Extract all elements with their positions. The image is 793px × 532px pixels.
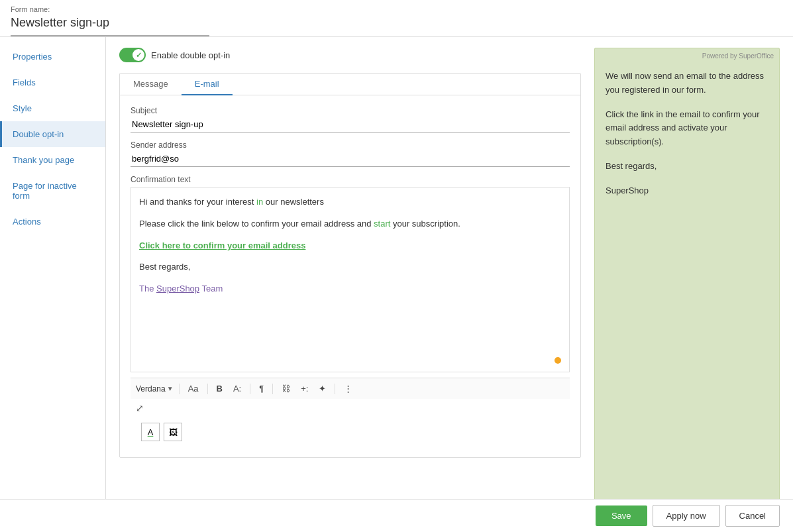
- sidebar-item-style[interactable]: Style: [0, 95, 105, 121]
- preview-line1: We will now send an email to the address…: [606, 70, 768, 97]
- tab-content: Subject Sender address Confirmation text…: [120, 95, 580, 457]
- editor-dot: [555, 357, 561, 364]
- toolbar-sep-2: [207, 384, 208, 394]
- tab-message[interactable]: Message: [120, 74, 182, 95]
- toolbar-sep-1: [179, 384, 180, 394]
- form-name-value: Newsletter sign-up: [11, 13, 209, 36]
- tab-email[interactable]: E-mail: [182, 74, 233, 95]
- toolbar-sep-4: [272, 384, 273, 394]
- insert-button[interactable]: +:: [297, 382, 311, 395]
- sidebar-item-inactive-page[interactable]: Page for inactive form: [0, 173, 105, 209]
- subject-input[interactable]: [131, 117, 570, 133]
- editor-content: Hi and thanks for your interest in our n…: [139, 195, 561, 296]
- sidebar-item-fields[interactable]: Fields: [0, 70, 105, 95]
- italic-button[interactable]: A:: [230, 382, 244, 395]
- more-button[interactable]: ⋮: [341, 382, 356, 395]
- font-size-button[interactable]: Aa: [185, 382, 202, 395]
- cancel-button[interactable]: Cancel: [725, 505, 780, 527]
- form-name-label: Form name:: [11, 5, 782, 13]
- header: Form name: Newsletter sign-up: [0, 0, 793, 37]
- sidebar: Properties Fields Style Double opt-in Th…: [0, 37, 106, 529]
- sender-label: Sender address: [131, 140, 570, 150]
- save-button[interactable]: Save: [596, 505, 647, 526]
- preview-content: We will now send an email to the address…: [606, 70, 768, 198]
- toggle-label: Enable double opt-in: [151, 50, 230, 60]
- editor-line2: Please click the link below to confirm y…: [139, 219, 460, 229]
- sidebar-item-thank-you-page[interactable]: Thank you page: [0, 147, 105, 173]
- toggle-row: Enable double opt-in: [119, 48, 581, 62]
- editor-toolbar: Verdana ▼ Aa B A: ¶ ⛓ +: ✦ ⋮: [131, 378, 570, 399]
- toolbar-sep-5: [335, 384, 335, 394]
- image-button[interactable]: 🖼: [164, 423, 182, 441]
- editor-area[interactable]: Hi and thanks for your interest in our n…: [131, 187, 570, 372]
- footer: Save Apply now Cancel: [0, 499, 793, 532]
- preview-line2: Click the link in the email to confirm y…: [606, 108, 768, 149]
- editor-line3: Best regards,: [139, 262, 190, 272]
- sender-input[interactable]: [131, 151, 570, 167]
- preview-line4: SuperShop: [606, 184, 768, 198]
- preview-line3: Best regards,: [606, 160, 768, 174]
- tabs-header: Message E-mail: [120, 74, 580, 95]
- preview-panel: Powered by SuperOffice We will now send …: [594, 48, 780, 519]
- editor-link[interactable]: Click here to confirm your email address: [139, 240, 305, 250]
- subject-label: Subject: [131, 106, 570, 115]
- editor-toolbar2: ⤢: [131, 399, 570, 417]
- content-area: Enable double opt-in Message E-mail Subj…: [106, 37, 594, 529]
- font-dropdown-arrow[interactable]: ▼: [167, 385, 174, 392]
- editor-line1: Hi and thanks for your interest in our n…: [139, 197, 324, 207]
- format-buttons: A 🖼: [131, 417, 570, 447]
- font-color-button[interactable]: A: [141, 423, 160, 441]
- sidebar-item-actions[interactable]: Actions: [0, 209, 105, 235]
- confirmation-label: Confirmation text: [131, 175, 570, 184]
- expand-icon[interactable]: ⤢: [136, 403, 144, 413]
- preview-powered-by: Powered by SuperOffice: [702, 52, 774, 60]
- font-selector[interactable]: Verdana ▼: [136, 384, 174, 394]
- tabs-panel: Message E-mail Subject Sender address Co…: [119, 73, 581, 458]
- link-button[interactable]: ⛓: [278, 382, 293, 395]
- bold-button[interactable]: B: [213, 382, 226, 395]
- toolbar-sep-3: [250, 384, 250, 394]
- apply-now-button[interactable]: Apply now: [653, 505, 720, 527]
- special-button[interactable]: ✦: [315, 382, 329, 395]
- sidebar-item-properties[interactable]: Properties: [0, 44, 105, 70]
- sidebar-item-double-opt-in[interactable]: Double opt-in: [0, 121, 105, 147]
- font-name: Verdana: [136, 384, 166, 394]
- main-layout: Properties Fields Style Double opt-in Th…: [0, 37, 793, 529]
- paragraph-button[interactable]: ¶: [256, 382, 267, 395]
- double-opt-in-toggle[interactable]: [119, 48, 146, 62]
- editor-line4: The SuperShop Team: [139, 284, 223, 293]
